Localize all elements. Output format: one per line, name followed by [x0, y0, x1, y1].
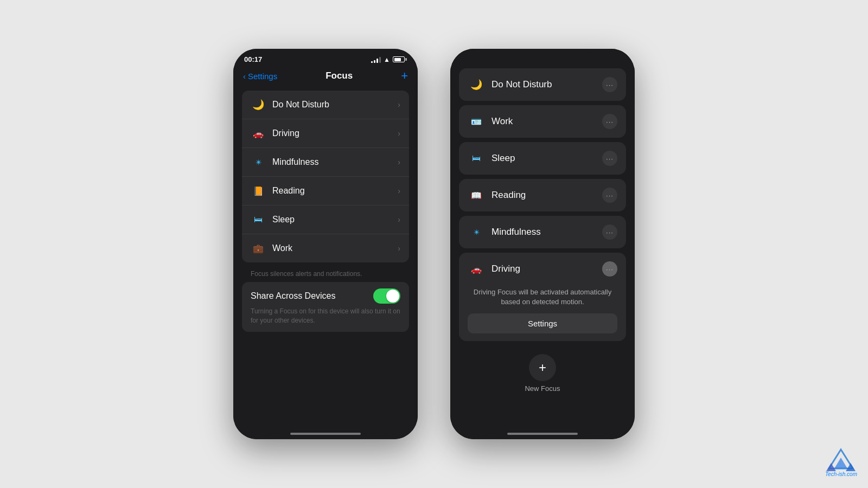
driving-description: Driving Focus will be activated automati…: [468, 287, 617, 307]
mindfulness-more-button[interactable]: ···: [602, 224, 617, 240]
back-button[interactable]: ‹ Settings: [243, 72, 277, 81]
home-indicator-1: [290, 433, 361, 435]
do-not-disturb-more-button[interactable]: ···: [602, 77, 617, 92]
work-focus-label: Work: [492, 116, 602, 127]
driving-focus-label: Driving: [492, 264, 602, 274]
phone-1-screen: 00:17 ▲ ‹ Settings Focus +: [233, 49, 418, 439]
phone-1: 00:17 ▲ ‹ Settings Focus +: [233, 49, 418, 439]
svg-marker-2: [826, 463, 836, 471]
battery-icon: [393, 56, 407, 62]
focus-item-work[interactable]: 🪪 Work ···: [459, 105, 626, 138]
reading-focus-icon: 📖: [468, 187, 485, 204]
list-item-do-not-disturb[interactable]: 🌙 Do Not Disturb ›: [242, 91, 409, 119]
driving-expanded-content: Driving Focus will be activated automati…: [459, 285, 626, 341]
watermark-logo: [826, 447, 856, 471]
focus-item-reading[interactable]: 📖 Reading ···: [459, 179, 626, 211]
work-focus-icon: 🪪: [468, 113, 485, 130]
focus-content: 🌙 Do Not Disturb › 🚗 Driving › ✴: [233, 87, 418, 433]
driving-focus-main: 🚗 Driving ···: [459, 253, 626, 285]
driving-icon: 🚗: [251, 126, 266, 141]
signal-icon: [371, 56, 381, 63]
focus-item-do-not-disturb[interactable]: 🌙 Do Not Disturb ···: [459, 68, 626, 101]
do-not-disturb-focus-label: Do Not Disturb: [492, 79, 602, 90]
svg-marker-3: [846, 463, 856, 471]
add-focus-button[interactable]: +: [401, 70, 408, 82]
do-not-disturb-label: Do Not Disturb: [272, 100, 398, 110]
car-icon: 🚗: [253, 129, 264, 139]
bed-icon: 🛏: [254, 215, 263, 224]
focus-item-sleep[interactable]: 🛏 Sleep ···: [459, 142, 626, 175]
sleep-more-button[interactable]: ···: [602, 151, 617, 166]
list-item-driving[interactable]: 🚗 Driving ›: [242, 119, 409, 148]
status-icons: ▲: [371, 56, 407, 63]
watermark: Tech-ish.com: [825, 447, 857, 477]
new-focus-button[interactable]: +: [529, 354, 556, 381]
time-display: 00:17: [244, 55, 262, 63]
reading-icon: 📙: [251, 183, 266, 198]
nav-header-1: ‹ Settings Focus +: [233, 66, 418, 87]
watermark-text: Tech-ish.com: [825, 471, 857, 477]
book-icon: 📙: [253, 186, 264, 196]
svg-marker-1: [834, 458, 847, 468]
home-indicator-2: [507, 433, 578, 435]
mindfulness-icon: ✴: [251, 155, 266, 170]
do-not-disturb-focus-icon: 🌙: [468, 76, 485, 93]
chevron-icon: ›: [398, 129, 400, 138]
focus-item-mindfulness[interactable]: ✴ Mindfulness ···: [459, 216, 626, 248]
mindfulness-focus-symbol-icon: ✴: [473, 227, 480, 237]
back-chevron-icon: ‹: [243, 72, 246, 81]
list-item-reading[interactable]: 📙 Reading ›: [242, 177, 409, 206]
chevron-icon: ›: [398, 244, 400, 253]
wifi-icon: ▲: [384, 56, 390, 63]
chevron-icon: ›: [398, 100, 400, 109]
new-focus-label: New Focus: [525, 384, 560, 393]
sleep-icon: 🛏: [251, 212, 266, 227]
mindfulness-label: Mindfulness: [272, 157, 398, 167]
focus-hint-text: Focus silences alerts and notifications.: [242, 267, 409, 282]
share-across-devices-label: Share Across Devices: [251, 291, 336, 301]
do-not-disturb-icon: 🌙: [251, 97, 266, 112]
status-bar-1: 00:17 ▲: [233, 49, 418, 66]
chevron-icon: ›: [398, 158, 400, 166]
list-item-sleep[interactable]: 🛏 Sleep ›: [242, 206, 409, 234]
phone-2-screen: 🌙 Do Not Disturb ··· 🪪 Work ··· 🛏 Sleep: [450, 49, 635, 439]
sleep-label: Sleep: [272, 215, 398, 224]
reading-label: Reading: [272, 186, 398, 196]
focus-panel: 🌙 Do Not Disturb ··· 🪪 Work ··· 🛏 Sleep: [450, 60, 635, 433]
share-across-devices-description: Turning a Focus on for this device will …: [251, 307, 400, 325]
phone-2: 🌙 Do Not Disturb ··· 🪪 Work ··· 🛏 Sleep: [450, 49, 635, 439]
driving-settings-button[interactable]: Settings: [468, 313, 617, 333]
list-item-work[interactable]: 💼 Work ›: [242, 234, 409, 262]
mindfulness-focus-label: Mindfulness: [492, 227, 602, 237]
car-focus-icon: 🚗: [471, 264, 482, 274]
moon-focus-icon: 🌙: [470, 79, 482, 91]
share-across-devices-toggle[interactable]: [373, 288, 400, 304]
page-title-1: Focus: [326, 70, 353, 81]
bed-focus-icon: 🛏: [472, 153, 481, 163]
id-card-icon: 🪪: [471, 117, 482, 127]
driving-more-button[interactable]: ···: [602, 261, 617, 277]
work-more-button[interactable]: ···: [602, 114, 617, 129]
share-across-devices-group: Share Across Devices Turning a Focus on …: [242, 282, 409, 332]
chevron-icon: ›: [398, 187, 400, 195]
mindfulness-symbol-icon: ✴: [255, 157, 262, 168]
reading-more-button[interactable]: ···: [602, 188, 617, 203]
mindfulness-focus-icon: ✴: [468, 223, 485, 241]
list-item-mindfulness[interactable]: ✴ Mindfulness ›: [242, 148, 409, 177]
work-label: Work: [272, 243, 398, 253]
focus-list-group: 🌙 Do Not Disturb › 🚗 Driving › ✴: [242, 91, 409, 262]
briefcase-icon: 💼: [253, 243, 264, 254]
toggle-row: Share Across Devices: [251, 288, 400, 304]
sleep-focus-label: Sleep: [492, 153, 602, 164]
plus-icon: +: [539, 360, 546, 375]
driving-focus-icon: 🚗: [468, 260, 485, 278]
book-focus-icon: 📖: [471, 190, 482, 201]
sleep-focus-icon: 🛏: [468, 150, 485, 167]
back-label: Settings: [248, 72, 277, 81]
chevron-icon: ›: [398, 215, 400, 224]
focus-item-driving[interactable]: 🚗 Driving ··· Driving Focus will be acti…: [459, 253, 626, 341]
driving-label: Driving: [272, 129, 398, 138]
new-focus-section: + New Focus: [459, 345, 626, 397]
reading-focus-label: Reading: [492, 190, 602, 201]
work-icon: 💼: [251, 241, 266, 256]
